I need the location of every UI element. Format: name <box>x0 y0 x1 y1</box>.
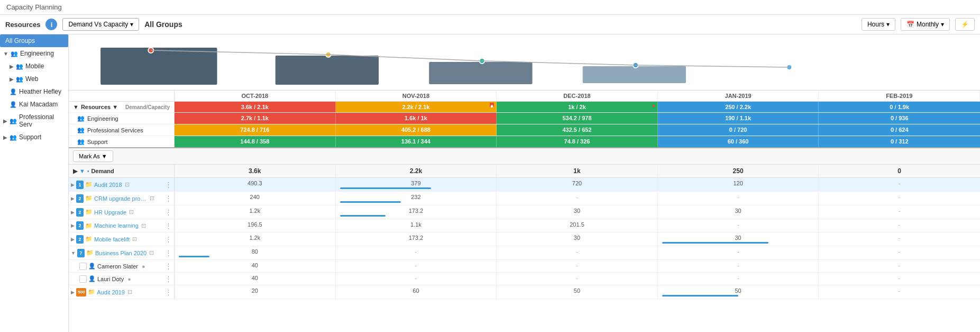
mf-feb: - <box>819 232 980 246</box>
business-plan-link[interactable]: Business Plan 2020 <box>95 250 146 256</box>
content-area: OCT-2018 NOV-2018 DEC-2018 JAN-2019 FEB-… <box>69 34 980 332</box>
audit2019-oct: 20 <box>175 285 336 299</box>
crm-name-cell: ▶ 2 📁 CRM upgrade project ⊡ ⋮ <box>69 192 175 205</box>
hr-link[interactable]: HR Upgrade <box>94 209 126 216</box>
progress-bar <box>662 242 768 244</box>
badge-crm: 2 <box>76 194 84 203</box>
crm-link[interactable]: CRM upgrade project <box>94 195 147 202</box>
mf-oct: 1.2k <box>175 232 336 246</box>
folder-icon: 📁 <box>85 195 93 202</box>
more-options[interactable]: ⋮ <box>165 235 172 243</box>
bp-dec: - <box>497 246 658 259</box>
cameron-nov: - <box>336 260 497 272</box>
group-icon: 👥 <box>10 134 17 141</box>
demand-nov-total: 2.2k <box>336 165 497 177</box>
caret-icon: ▼ <box>3 51 8 57</box>
filter-button[interactable]: ⚡ <box>955 18 975 31</box>
group-icon: 👥 <box>77 127 85 133</box>
demand-row-lauri: 👤 Lauri Doty ● ⋮ 40 - - - - <box>69 273 980 285</box>
audit2018-oct: 490.3 <box>175 178 336 191</box>
group-icon: 👥 <box>16 76 23 83</box>
more-options[interactable]: ⋮ <box>165 181 172 189</box>
person-icon: 👤 <box>88 275 96 282</box>
cameron-dec: - <box>497 260 658 272</box>
eng-dec: 534.2 / 978 <box>497 113 658 124</box>
info-icon[interactable]: i <box>45 19 57 30</box>
sidebar-item-all-groups[interactable]: All Groups <box>0 34 68 47</box>
audit2019-dec: 50 <box>497 285 658 299</box>
sidebar-item-engineering[interactable]: ▼ 👥 Engineering <box>0 47 68 60</box>
resource-row-engineering: 👥 Engineering 2.7k / 1.1k 1.6k / 1k 534.… <box>69 113 980 124</box>
bp-oct: 80 <box>175 246 336 259</box>
resource-row-support: 👥 Support 144.8 / 358 136.1 / 344 74.8 /… <box>69 136 980 147</box>
folder-icon: 📁 <box>85 181 93 188</box>
resource-col-header <box>69 91 175 101</box>
demand-row-crm: ▶ 2 📁 CRM upgrade project ⊡ ⋮ 240 232 - … <box>69 192 980 205</box>
alert-dot-dec: ● <box>652 103 655 109</box>
view-dropdown-button[interactable]: Demand Vs Capacity ▾ <box>62 18 139 31</box>
project-icon-small: ⊡ <box>129 209 134 216</box>
more-options[interactable]: ⋮ <box>165 275 172 283</box>
expand-caret[interactable]: ▶ <box>71 210 75 215</box>
sidebar-item-kai[interactable]: 👤 Kai Macadam <box>0 98 68 111</box>
professional-name: 👥 Professional Services <box>69 124 175 136</box>
demand-row-cameron: 👤 Cameron Slater ● ⋮ 40 - - - - <box>69 260 980 273</box>
lauri-dec: - <box>497 273 658 285</box>
checkbox[interactable] <box>79 263 87 270</box>
bp-jan: - <box>658 246 819 259</box>
expand-caret[interactable]: ▶ <box>71 223 75 228</box>
hr-jan: 30 <box>658 205 819 219</box>
folder-icon: 📁 <box>86 249 94 256</box>
crm-feb: - <box>819 192 980 205</box>
more-options[interactable]: ⋮ <box>165 222 172 230</box>
hr-dec: 30 <box>497 205 658 219</box>
mf-nov: 173.2 <box>336 232 497 246</box>
sidebar-item-heather[interactable]: 👤 Heather Hefley <box>0 85 68 98</box>
audit2019-link[interactable]: Audit 2019 <box>97 289 125 295</box>
group-label: All Groups <box>144 20 182 29</box>
more-options[interactable]: ⋮ <box>165 262 172 270</box>
chart-section <box>69 34 980 91</box>
expand-caret[interactable]: ▶ <box>71 237 75 242</box>
badge-business-plan: 7 <box>77 249 85 257</box>
caret-icon: ▶ <box>3 134 7 140</box>
more-options[interactable]: ⋮ <box>165 288 172 296</box>
project-icon-small: ⊡ <box>125 181 130 188</box>
checkbox[interactable] <box>79 275 87 283</box>
expand-caret[interactable]: ▼ <box>71 250 76 256</box>
mobile-facelift-link[interactable]: Mobile facelift <box>94 236 130 243</box>
badge-hr: 2 <box>76 208 84 217</box>
svg-rect-0 <box>100 48 217 85</box>
all-res-dec: 1k / 2k ● <box>497 102 658 112</box>
sidebar-item-professional[interactable]: ▶ 👥 Professional Serv <box>0 111 68 131</box>
resources-col-label[interactable]: ▼ Resources ▼ Demand/Capacity <box>69 102 175 112</box>
sidebar-item-web[interactable]: ▶ 👥 Web <box>0 73 68 85</box>
lauri-oct: 40 <box>175 273 336 285</box>
monthly-button[interactable]: 📅 Monthly ▾ <box>901 18 950 31</box>
sup-feb: 0 / 312 <box>819 136 980 147</box>
mark-as-button[interactable]: Mark As ▼ <box>73 150 113 162</box>
badge-mobile-facelift: 2 <box>76 235 84 244</box>
expand-caret[interactable]: ▶ <box>71 182 75 187</box>
demand-row-hr: ▶ 2 📁 HR Upgrade ⊡ ⋮ 1.2k 173.2 30 30 - <box>69 205 980 219</box>
crm-dec: - <box>497 192 658 205</box>
demand-row-mobile-facelift: ▶ 2 📁 Mobile facelift ⊡ ⋮ 1.2k 173.2 30 … <box>69 232 980 246</box>
ml-link[interactable]: Machine learning <box>94 222 139 229</box>
more-options[interactable]: ⋮ <box>165 194 172 202</box>
badge-audit2018: 1 <box>76 181 84 189</box>
expand-caret[interactable]: ▶ <box>71 196 75 201</box>
crm-nov: 232 <box>336 192 497 205</box>
sidebar-item-mobile[interactable]: ▶ 👥 Mobile <box>0 60 68 73</box>
bp-feb: - <box>819 246 980 259</box>
sidebar-item-support[interactable]: ▶ 👥 Support <box>0 131 68 143</box>
audit2018-link[interactable]: Audit 2018 <box>94 182 122 188</box>
folder-icon: 📁 <box>85 209 93 216</box>
hours-button[interactable]: Hours ▾ <box>862 18 895 31</box>
more-options[interactable]: ⋮ <box>165 249 172 257</box>
audit2019-nov: 60 <box>336 285 497 299</box>
ml-dec: 201.5 <box>497 219 658 232</box>
more-options[interactable]: ⋮ <box>165 208 172 216</box>
ml-feb: - <box>819 219 980 232</box>
folder-icon: 📁 <box>85 236 93 243</box>
expand-caret[interactable]: ▶ <box>71 290 75 295</box>
